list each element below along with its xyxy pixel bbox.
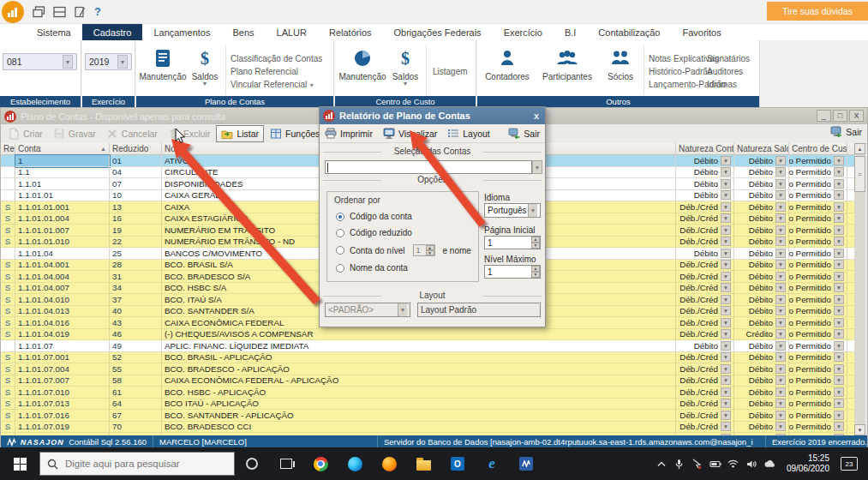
microphone-icon[interactable] bbox=[673, 459, 685, 470]
gravar-button[interactable]: Gravar bbox=[49, 126, 100, 141]
column-header-natureza-conta[interactable]: Natureza Conta bbox=[676, 143, 734, 154]
cancelar-button[interactable]: Cancelar bbox=[102, 126, 162, 141]
tray-chevron-up-icon[interactable] bbox=[655, 459, 667, 470]
cell-dropdown-icon[interactable]: ▼ bbox=[834, 329, 844, 339]
cell-dropdown-icon[interactable]: ▼ bbox=[775, 213, 786, 223]
taskbar-search[interactable] bbox=[39, 452, 235, 476]
cell-dropdown-icon[interactable]: ▼ bbox=[721, 329, 731, 339]
cell-dropdown-icon[interactable]: ▼ bbox=[721, 352, 731, 362]
cell-dropdown-icon[interactable]: ▼ bbox=[775, 179, 786, 189]
chevron-down-icon[interactable]: ▼ bbox=[63, 55, 73, 69]
cell-dropdown-icon[interactable]: ▼ bbox=[834, 352, 844, 362]
cell-dropdown-icon[interactable]: ▼ bbox=[775, 341, 786, 351]
cell-dropdown-icon[interactable]: ▼ bbox=[834, 399, 844, 408]
column-header-reduzido[interactable]: Reduzido bbox=[110, 143, 162, 154]
cell-dropdown-icon[interactable]: ▼ bbox=[721, 375, 731, 385]
table-row[interactable]: S1.1.01.07.00455BCO. BRADESCO - APLICAÇÃ… bbox=[1, 363, 856, 375]
nivel-spinner[interactable]: 1▲▼ bbox=[413, 244, 435, 256]
radio-icon[interactable] bbox=[336, 264, 344, 273]
column-header-conta[interactable]: Conta▲ bbox=[15, 143, 110, 154]
menu-item-relatorios[interactable]: Relatórios bbox=[318, 24, 383, 40]
window-sair-button[interactable]: Sair bbox=[830, 126, 862, 137]
cell-dropdown-icon[interactable]: ▼ bbox=[775, 422, 786, 431]
cell-dropdown-icon[interactable]: ▼ bbox=[834, 249, 844, 258]
split-window-icon[interactable] bbox=[53, 6, 66, 18]
nivel-maximo-spinner[interactable]: 1▲▼ bbox=[484, 265, 541, 279]
cell-dropdown-icon[interactable]: ▼ bbox=[834, 167, 844, 177]
notification-center-icon[interactable]: 23 bbox=[841, 457, 858, 471]
radio-icon[interactable] bbox=[336, 246, 344, 255]
cell-dropdown-icon[interactable]: ▼ bbox=[834, 375, 844, 385]
cell-dropdown-icon[interactable]: ▼ bbox=[775, 272, 786, 281]
listar-button[interactable]: Listar bbox=[216, 125, 264, 142]
cell-dropdown-icon[interactable]: ▼ bbox=[775, 306, 786, 315]
cell-dropdown-icon[interactable]: ▼ bbox=[834, 225, 844, 235]
cell-dropdown-icon[interactable]: ▼ bbox=[834, 364, 844, 374]
cell-dropdown-icon[interactable]: ▼ bbox=[834, 295, 844, 304]
chrome-icon[interactable] bbox=[303, 447, 338, 480]
cell-dropdown-icon[interactable]: ▼ bbox=[775, 225, 786, 235]
cell-dropdown-icon[interactable]: ▼ bbox=[721, 422, 731, 431]
table-row[interactable]: 1.1.01.0749APLIC. FINANC. LÍQUIDEZ IMEDI… bbox=[1, 340, 856, 352]
chevron-down-icon[interactable]: ▼ bbox=[117, 55, 128, 69]
maximize-button[interactable]: □ bbox=[833, 110, 847, 122]
cell-dropdown-icon[interactable]: ▼ bbox=[834, 422, 844, 431]
dialog-titlebar[interactable]: Relatório de Plano de Contas x bbox=[320, 107, 545, 124]
ribbon-link-signatarios[interactable]: Signatários bbox=[707, 54, 750, 63]
radio-nome-da-conta[interactable]: Nome da conta bbox=[327, 263, 478, 273]
nasajon-taskbar-icon[interactable] bbox=[509, 447, 543, 480]
cell-dropdown-icon[interactable]: ▼ bbox=[834, 306, 844, 315]
tire-suas-duvidas-button[interactable]: Tire suas dúvidas bbox=[767, 2, 868, 21]
cell-dropdown-icon[interactable]: ▼ bbox=[721, 237, 731, 246]
cell-dropdown-icon[interactable]: ▼ bbox=[721, 213, 731, 223]
layout-button[interactable]: Layout bbox=[447, 128, 490, 139]
imprimir-button[interactable]: Imprimir bbox=[325, 128, 373, 139]
column-header-centro-de-custo[interactable]: Centro de Custo bbox=[789, 143, 847, 154]
cell-dropdown-icon[interactable]: ▼ bbox=[775, 329, 786, 339]
cell-dropdown-icon[interactable]: ▼ bbox=[721, 225, 731, 235]
cell-dropdown-icon[interactable]: ▼ bbox=[721, 411, 731, 420]
cell-dropdown-icon[interactable]: ▼ bbox=[775, 399, 786, 408]
menu-item-obrigacoes-federais[interactable]: Obrigações Federais bbox=[383, 24, 493, 40]
table-row[interactable]: S1.1.01.07.01970BCO. BRADESCO CCIDéb./Cr… bbox=[1, 422, 856, 434]
exercicio-combo[interactable]: 2019▼ bbox=[85, 53, 132, 70]
cell-dropdown-icon[interactable]: ▼ bbox=[775, 167, 786, 177]
cell-dropdown-icon[interactable]: ▼ bbox=[834, 156, 844, 165]
table-row[interactable]: S1.1.01.07.01061BCO. HSBC - APLICAÇÃODéb… bbox=[1, 387, 856, 399]
cell-dropdown-icon[interactable]: ▼ bbox=[775, 295, 786, 304]
cell-dropdown-icon[interactable]: ▼ bbox=[834, 283, 844, 292]
pagina-inicial-spinner[interactable]: 1▲▼ bbox=[484, 236, 541, 249]
table-row[interactable]: S1.1.01.07.01667BCO. SANTANDER - APLICAÇ… bbox=[1, 410, 856, 422]
menu-item-cadastro[interactable]: Cadastro bbox=[82, 24, 143, 40]
selecao-dropdown-icon[interactable]: ▼ bbox=[532, 160, 542, 174]
cascade-windows-icon[interactable] bbox=[33, 6, 45, 18]
cell-dropdown-icon[interactable]: ▼ bbox=[721, 399, 731, 408]
cell-dropdown-icon[interactable]: ▼ bbox=[775, 260, 786, 269]
menu-item-favoritos[interactable]: Favoritos bbox=[671, 24, 732, 40]
cell-dropdown-icon[interactable]: ▼ bbox=[721, 156, 731, 165]
criar-button[interactable]: Criar bbox=[3, 126, 47, 141]
cell-dropdown-icon[interactable]: ▼ bbox=[721, 306, 731, 315]
volume-icon[interactable] bbox=[745, 459, 757, 470]
mouse-pointer-icon[interactable] bbox=[691, 459, 703, 470]
cell-dropdown-icon[interactable]: ▼ bbox=[834, 260, 844, 269]
notes-icon[interactable] bbox=[74, 6, 87, 18]
cell-dropdown-icon[interactable]: ▼ bbox=[721, 179, 731, 189]
socios-button[interactable]: Sócios bbox=[601, 44, 640, 93]
participantes-button[interactable]: Participantes bbox=[537, 44, 597, 93]
cell-dropdown-icon[interactable]: ▼ bbox=[834, 179, 844, 189]
cell-dropdown-icon[interactable]: ▼ bbox=[721, 283, 731, 292]
onedrive-cloud-icon[interactable] bbox=[763, 459, 775, 470]
cell-dropdown-icon[interactable]: ▼ bbox=[834, 341, 844, 351]
menu-item-sistema[interactable]: Sistema bbox=[26, 24, 82, 40]
cell-dropdown-icon[interactable]: ▼ bbox=[721, 364, 731, 374]
menu-item-bens[interactable]: Bens bbox=[221, 24, 265, 40]
cell-dropdown-icon[interactable]: ▼ bbox=[721, 249, 731, 258]
taskbar-clock[interactable]: 15:2509/06/2020 bbox=[787, 453, 829, 475]
task-view-icon[interactable] bbox=[269, 447, 303, 480]
cell-dropdown-icon[interactable]: ▼ bbox=[834, 237, 844, 246]
ribbon-link-classificacao-de-contas[interactable]: Classificação de Contas bbox=[230, 54, 322, 63]
menu-item-exercicio[interactable]: Exercício bbox=[493, 24, 554, 40]
battery-icon[interactable] bbox=[709, 459, 721, 470]
column-header-natureza-saldo[interactable]: Natureza Saldo bbox=[734, 143, 789, 154]
